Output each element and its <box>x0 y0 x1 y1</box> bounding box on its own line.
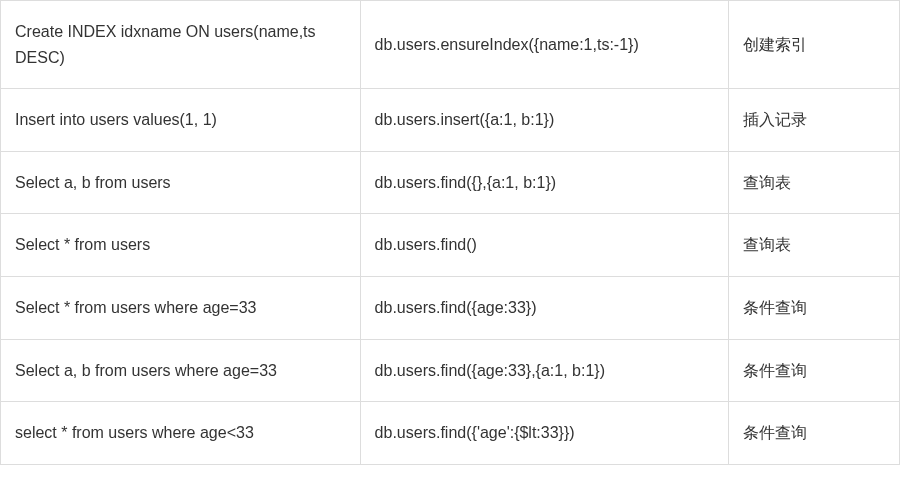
desc-cell: 条件查询 <box>729 402 900 465</box>
mongo-cell: db.users.insert({a:1, b:1}) <box>360 89 729 152</box>
table-row: Insert into users values(1, 1) db.users.… <box>1 89 900 152</box>
sql-cell: Select a, b from users where age=33 <box>1 339 361 402</box>
table-row: Select a, b from users where age=33 db.u… <box>1 339 900 402</box>
sql-cell: Select a, b from users <box>1 151 361 214</box>
desc-cell: 条件查询 <box>729 276 900 339</box>
desc-cell: 创建索引 <box>729 1 900 89</box>
sql-cell: Select * from users <box>1 214 361 277</box>
table-row: Select * from users where age=33 db.user… <box>1 276 900 339</box>
mongo-cell: db.users.find() <box>360 214 729 277</box>
table-row: Select a, b from users db.users.find({},… <box>1 151 900 214</box>
sql-cell: Insert into users values(1, 1) <box>1 89 361 152</box>
mongo-cell: db.users.find({age:33}) <box>360 276 729 339</box>
desc-cell: 插入记录 <box>729 89 900 152</box>
desc-cell: 查询表 <box>729 151 900 214</box>
desc-cell: 查询表 <box>729 214 900 277</box>
mongo-cell: db.users.find({},{a:1, b:1}) <box>360 151 729 214</box>
table-row: Select * from users db.users.find() 查询表 <box>1 214 900 277</box>
mongo-cell: db.users.find({age:33},{a:1, b:1}) <box>360 339 729 402</box>
comparison-table: Create INDEX idxname ON users(name,ts DE… <box>0 0 900 465</box>
sql-cell: select * from users where age<33 <box>1 402 361 465</box>
desc-cell: 条件查询 <box>729 339 900 402</box>
mongo-cell: db.users.ensureIndex({name:1,ts:-1}) <box>360 1 729 89</box>
table-row: Create INDEX idxname ON users(name,ts DE… <box>1 1 900 89</box>
sql-cell: Create INDEX idxname ON users(name,ts DE… <box>1 1 361 89</box>
table-row: select * from users where age<33 db.user… <box>1 402 900 465</box>
mongo-cell: db.users.find({'age':{$lt:33}}) <box>360 402 729 465</box>
sql-cell: Select * from users where age=33 <box>1 276 361 339</box>
